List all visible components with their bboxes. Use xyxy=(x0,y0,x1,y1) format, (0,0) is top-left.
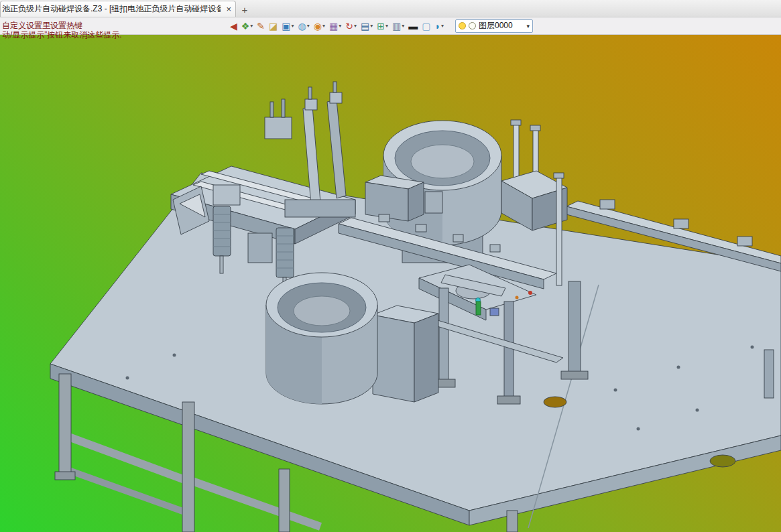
document-tab[interactable]: 池正负级片自动碰焊设备.Z3 - [纽扣电池正负级片自动碰焊设备] × xyxy=(0,1,236,17)
view-manager-button[interactable]: ▤▾ xyxy=(359,19,375,34)
tab-close-icon[interactable]: × xyxy=(226,5,231,13)
bowl-feeder-front[interactable] xyxy=(266,273,377,404)
toolbar-icon-group: ◀ ❖▾ ✎ ◪ ▣▾ ◍▾ ◉▾ ▦▾ ↻▾ ▤▾ ⊞▾ ▥▾ ▬ ▢ ◗▾ xyxy=(228,19,446,34)
visual-style-icon: ◗ xyxy=(435,21,440,31)
solid-box-icon: ▣ xyxy=(282,21,290,31)
layer-combo[interactable]: 图层0000 ▾ xyxy=(455,19,533,33)
image-capture-button[interactable]: ▦▾ xyxy=(327,19,343,34)
eraser-icon: ◪ xyxy=(269,21,278,31)
background-color-icon: ▢ xyxy=(422,21,430,31)
paint-brush-icon: ✎ xyxy=(257,21,265,31)
dropdown-arrow-icon[interactable]: ▾ xyxy=(339,23,341,29)
visual-style-button[interactable]: ◗▾ xyxy=(433,19,446,34)
color-wheel-icon: ◉ xyxy=(314,21,322,31)
line-width-button[interactable]: ▬ xyxy=(406,19,420,34)
shaded-sphere-button[interactable]: ◍▾ xyxy=(296,19,312,34)
appearance-icon: ❖ xyxy=(241,21,250,31)
eraser-button[interactable]: ◪ xyxy=(267,19,280,34)
machine-model[interactable] xyxy=(0,35,781,532)
display-mode-button[interactable]: ▥▾ xyxy=(390,19,406,34)
shaded-sphere-icon: ◍ xyxy=(298,21,306,31)
exit-environment-icon: ◀ xyxy=(230,21,237,31)
dropdown-arrow-icon[interactable]: ▾ xyxy=(370,23,373,29)
3d-viewport[interactable] xyxy=(0,35,781,532)
view-manager-icon: ▤ xyxy=(361,21,369,31)
grid-button[interactable]: ⊞▾ xyxy=(375,19,390,34)
color-wheel-button[interactable]: ◉▾ xyxy=(312,19,327,34)
layer-combo-value: 图层0000 xyxy=(479,20,513,31)
dropdown-arrow-icon[interactable]: ▾ xyxy=(402,23,404,29)
background-color-button[interactable]: ▢ xyxy=(420,19,432,34)
grid-icon: ⊞ xyxy=(377,21,385,31)
paint-brush-button[interactable]: ✎ xyxy=(255,19,267,34)
solid-box-button[interactable]: ▣▾ xyxy=(280,19,296,34)
layer-color-icon xyxy=(469,22,476,29)
rotate-view-icon: ↻ xyxy=(345,21,353,31)
appearance-button[interactable]: ❖▾ xyxy=(239,19,255,34)
new-tab-button[interactable]: + xyxy=(236,2,253,17)
view-toolbar: ◀ ❖▾ ✎ ◪ ▣▾ ◍▾ ◉▾ ▦▾ ↻▾ ▤▾ ⊞▾ ▥▾ ▬ ▢ ◗▾ … xyxy=(0,17,781,35)
image-capture-icon: ▦ xyxy=(329,21,338,31)
line-width-icon: ▬ xyxy=(408,21,418,31)
hopper-box[interactable] xyxy=(373,306,438,402)
dropdown-arrow-icon[interactable]: ▾ xyxy=(250,23,253,29)
dropdown-arrow-icon[interactable]: ▾ xyxy=(385,23,388,29)
display-mode-icon: ▥ xyxy=(392,21,401,31)
combo-dropdown-arrow-icon[interactable]: ▾ xyxy=(526,23,530,29)
document-tab-title: 池正负级片自动碰焊设备.Z3 - [纽扣电池正负级片自动碰焊设备] xyxy=(2,3,221,15)
exit-environment-button[interactable]: ◀ xyxy=(228,19,239,34)
dropdown-arrow-icon[interactable]: ▾ xyxy=(307,23,310,29)
tab-bar: 池正负级片自动碰焊设备.Z3 - [纽扣电池正负级片自动碰焊设备] × + xyxy=(0,0,781,17)
zw3d-window: 池正负级片自动碰焊设备.Z3 - [纽扣电池正负级片自动碰焊设备] × + ◀ … xyxy=(0,0,781,532)
dropdown-arrow-icon[interactable]: ▾ xyxy=(441,23,444,29)
dropdown-arrow-icon[interactable]: ▾ xyxy=(322,23,325,29)
dropdown-arrow-icon[interactable]: ▾ xyxy=(354,23,357,29)
dropdown-arrow-icon[interactable]: ▾ xyxy=(292,23,294,29)
bulb-icon xyxy=(459,22,466,29)
rotate-view-button[interactable]: ↻▾ xyxy=(343,19,359,34)
